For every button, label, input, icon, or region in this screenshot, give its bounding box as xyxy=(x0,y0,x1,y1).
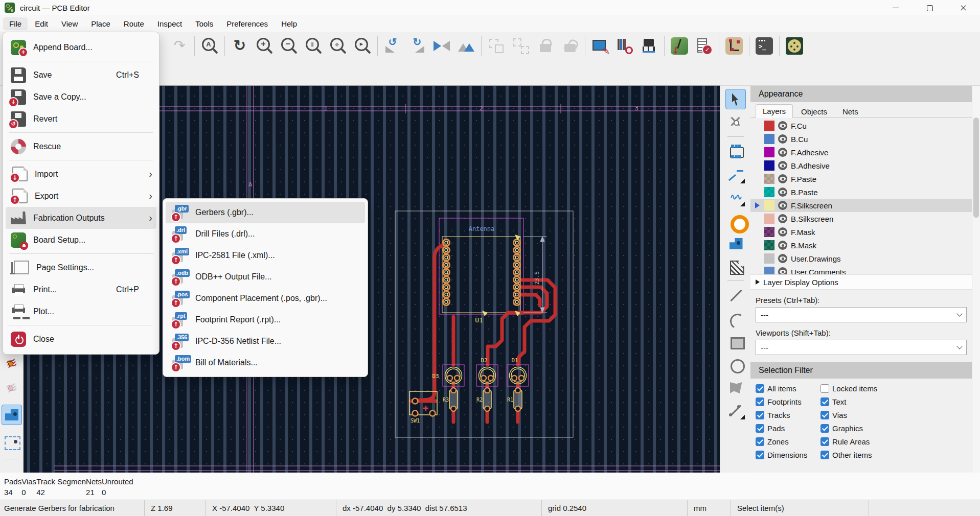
file-menu-item[interactable]: Append Board... xyxy=(6,36,156,58)
file-menu-item[interactable]: Rescue xyxy=(6,135,156,157)
file-menu-item[interactable]: Revert xyxy=(6,108,156,130)
left-toolbar-button[interactable] xyxy=(2,432,22,453)
submenu-item[interactable]: .odb ODB++ Output File... xyxy=(166,266,365,288)
selection-filter-option[interactable]: Other items xyxy=(821,450,972,460)
menubar-item[interactable]: Preferences xyxy=(220,17,274,30)
right-toolbar-button[interactable] xyxy=(725,233,746,253)
toolbar-button[interactable] xyxy=(590,36,610,56)
file-menu-item[interactable]: Save a Copy... xyxy=(6,86,156,108)
right-toolbar-button[interactable] xyxy=(725,210,746,230)
selection-filter-option[interactable]: Zones xyxy=(756,436,821,447)
checkbox[interactable] xyxy=(821,411,829,419)
layer-color-swatch[interactable] xyxy=(764,174,774,184)
layer-visibility-eye-icon[interactable] xyxy=(778,214,787,223)
menubar-item[interactable]: Route xyxy=(118,17,150,30)
toolbar-button[interactable] xyxy=(457,36,476,56)
layer-color-swatch[interactable] xyxy=(764,160,774,171)
menubar-item[interactable]: Help xyxy=(275,17,303,30)
layer-color-swatch[interactable] xyxy=(764,253,774,264)
panel-scrollbar[interactable] xyxy=(972,86,980,473)
right-toolbar-button[interactable] xyxy=(725,308,746,329)
checkbox[interactable] xyxy=(821,451,829,459)
checkbox[interactable] xyxy=(821,437,829,446)
toolbar-button[interactable] xyxy=(724,36,744,56)
right-toolbar-button[interactable] xyxy=(725,400,746,420)
layer-row[interactable]: B.Mask xyxy=(750,239,972,252)
layer-color-swatch[interactable] xyxy=(764,214,774,224)
submenu-item[interactable]: .gbr Gerbers (.gbr)... xyxy=(166,202,365,223)
selection-filter-option[interactable]: Pads xyxy=(756,423,821,434)
toolbar-button[interactable] xyxy=(560,36,580,56)
layer-row[interactable]: F.Silkscreen xyxy=(750,199,972,212)
submenu-item[interactable]: .pos Component Placement (.pos, .gbr)... xyxy=(166,288,365,309)
right-toolbar-button[interactable] xyxy=(725,377,746,397)
toolbar-button[interactable] xyxy=(432,36,451,56)
layer-color-swatch[interactable] xyxy=(764,134,774,144)
layer-visibility-eye-icon[interactable] xyxy=(778,254,787,263)
left-toolbar-button[interactable] xyxy=(2,405,22,425)
toolbar-button[interactable] xyxy=(785,36,804,56)
toolbar-button[interactable] xyxy=(328,36,348,56)
toolbar-button[interactable] xyxy=(755,36,774,56)
right-toolbar-button[interactable] xyxy=(725,89,746,109)
appearance-tab[interactable]: Nets xyxy=(835,105,865,118)
selection-filter-option[interactable]: Footprints xyxy=(756,396,821,407)
file-menu-item[interactable]: Import xyxy=(6,163,156,185)
file-menu-item[interactable]: Plot... xyxy=(6,300,156,322)
right-toolbar-button[interactable] xyxy=(725,141,746,161)
layer-row[interactable]: B.Cu xyxy=(750,132,972,146)
layer-visibility-eye-icon[interactable] xyxy=(778,267,787,274)
layer-row[interactable]: F.Mask xyxy=(750,225,972,239)
right-toolbar-button[interactable] xyxy=(725,164,746,184)
toolbar-button[interactable] xyxy=(615,36,634,56)
toolbar-button[interactable] xyxy=(170,36,189,56)
selection-filter-option[interactable]: Dimensions xyxy=(756,450,821,460)
submenu-item[interactable]: .xml IPC-2581 File (.xml)... xyxy=(166,245,365,266)
toolbar-button[interactable] xyxy=(304,36,323,56)
toolbar-button[interactable] xyxy=(670,36,689,56)
layer-color-swatch[interactable] xyxy=(764,200,774,210)
right-toolbar-button[interactable] xyxy=(725,187,746,207)
layer-visibility-eye-icon[interactable] xyxy=(778,148,787,157)
window-control-button[interactable] xyxy=(879,0,913,15)
layer-color-swatch[interactable] xyxy=(764,227,774,237)
layer-color-swatch[interactable] xyxy=(764,240,774,250)
menubar-item[interactable]: Edit xyxy=(29,17,54,30)
left-toolbar-button[interactable] xyxy=(2,354,22,374)
layer-row[interactable]: B.Paste xyxy=(750,185,972,199)
submenu-item[interactable]: .drl Drill Files (.drl)... xyxy=(166,223,365,245)
selection-filter-option[interactable]: Tracks xyxy=(756,410,821,420)
menubar-item[interactable]: View xyxy=(55,17,84,30)
layer-visibility-eye-icon[interactable] xyxy=(778,161,787,170)
toolbar-button[interactable] xyxy=(230,36,249,56)
layer-visibility-eye-icon[interactable] xyxy=(778,187,787,197)
toolbar-button[interactable] xyxy=(200,36,219,56)
layer-visibility-eye-icon[interactable] xyxy=(778,121,787,130)
layer-visibility-eye-icon[interactable] xyxy=(778,174,787,183)
menubar-item[interactable]: Inspect xyxy=(151,17,188,30)
layer-visibility-eye-icon[interactable] xyxy=(778,227,787,237)
right-toolbar-button[interactable] xyxy=(725,256,746,276)
selection-filter-option[interactable]: All items xyxy=(756,383,821,394)
menubar-item[interactable]: Tools xyxy=(189,17,219,30)
right-toolbar-button[interactable] xyxy=(725,354,746,374)
submenu-item[interactable]: .rpt Footprint Report (.rpt)... xyxy=(166,309,365,331)
checkbox[interactable] xyxy=(756,384,764,393)
layer-color-swatch[interactable] xyxy=(764,267,774,274)
scrollbar-thumb[interactable] xyxy=(973,118,979,218)
right-toolbar-button[interactable] xyxy=(725,112,746,132)
file-menu-item[interactable]: Board Setup... xyxy=(6,229,156,251)
file-menu-item[interactable]: Fabrication Outputs xyxy=(6,207,156,229)
layer-row[interactable]: F.Paste xyxy=(750,172,972,185)
toolbar-button[interactable] xyxy=(383,36,402,56)
menubar-item[interactable]: Place xyxy=(85,17,117,30)
layer-row[interactable]: User.Drawings xyxy=(750,252,972,265)
layer-row[interactable]: B.Silkscreen xyxy=(750,212,972,225)
file-menu-item[interactable]: Export xyxy=(6,185,156,207)
toolbar-button[interactable] xyxy=(640,36,659,56)
layer-color-swatch[interactable] xyxy=(764,121,774,131)
checkbox[interactable] xyxy=(821,397,829,406)
menubar-item[interactable]: File xyxy=(3,17,28,30)
toolbar-button[interactable] xyxy=(694,36,714,56)
checkbox[interactable] xyxy=(756,397,764,406)
